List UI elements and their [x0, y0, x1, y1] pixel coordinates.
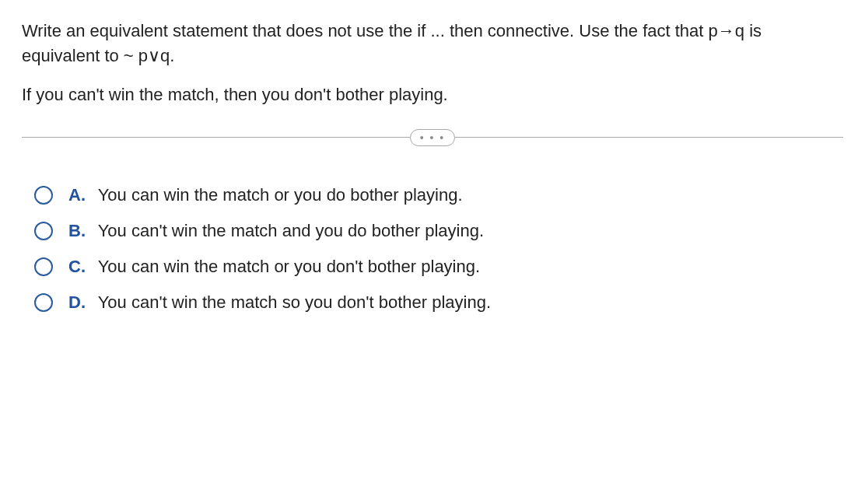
radio-b[interactable]: [34, 222, 53, 240]
option-c[interactable]: C. You can win the match or you don't bo…: [34, 257, 843, 277]
options-list: A. You can win the match or you do bothe…: [22, 185, 843, 313]
divider-line-right: [455, 137, 843, 138]
option-text: You can win the match or you do bother p…: [98, 185, 463, 205]
section-divider: • • •: [22, 129, 843, 146]
radio-a[interactable]: [34, 186, 53, 205]
option-b[interactable]: B. You can't win the match and you do bo…: [34, 221, 843, 241]
option-text: You can't win the match and you do bothe…: [98, 221, 484, 240]
option-a[interactable]: A. You can win the match or you do bothe…: [34, 185, 843, 205]
option-letter: B.: [68, 221, 86, 240]
option-letter: C.: [68, 257, 86, 276]
question-statement: If you can't win the match, then you don…: [22, 82, 843, 107]
option-text: You can win the match or you don't bothe…: [98, 257, 480, 276]
option-letter: A.: [68, 185, 86, 205]
option-text: You can't win the match so you don't bot…: [98, 292, 491, 312]
divider-pill-icon[interactable]: • • •: [410, 129, 455, 146]
radio-d[interactable]: [34, 293, 53, 312]
option-letter: D.: [68, 292, 86, 312]
radio-c[interactable]: [34, 257, 53, 276]
option-d[interactable]: D. You can't win the match so you don't …: [34, 292, 843, 313]
divider-line-left: [22, 137, 410, 138]
question-prompt: Write an equivalent statement that does …: [22, 19, 843, 68]
